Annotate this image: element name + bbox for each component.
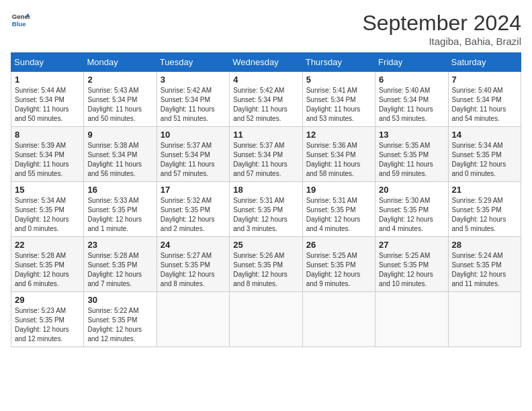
calendar-cell: 27 Sunrise: 5:25 AM Sunset: 5:35 PM Dayl… bbox=[375, 237, 448, 292]
day-info: Sunrise: 5:42 AM Sunset: 5:34 PM Dayligh… bbox=[233, 86, 298, 124]
day-number: 17 bbox=[161, 185, 226, 195]
day-info: Sunrise: 5:31 AM Sunset: 5:35 PM Dayligh… bbox=[306, 196, 371, 234]
day-info: Sunrise: 5:25 AM Sunset: 5:35 PM Dayligh… bbox=[306, 251, 371, 289]
day-number: 20 bbox=[379, 185, 444, 195]
day-number: 7 bbox=[452, 75, 517, 85]
calendar-cell: 21 Sunrise: 5:29 AM Sunset: 5:35 PM Dayl… bbox=[448, 182, 521, 237]
column-header-tuesday: Tuesday bbox=[157, 53, 229, 72]
day-number: 14 bbox=[452, 130, 517, 140]
calendar-cell: 20 Sunrise: 5:30 AM Sunset: 5:35 PM Dayl… bbox=[375, 182, 448, 237]
calendar-cell: 17 Sunrise: 5:32 AM Sunset: 5:35 PM Dayl… bbox=[157, 182, 229, 237]
day-number: 27 bbox=[379, 240, 444, 250]
calendar-cell bbox=[230, 292, 302, 347]
day-info: Sunrise: 5:43 AM Sunset: 5:34 PM Dayligh… bbox=[87, 86, 152, 124]
calendar-cell: 29 Sunrise: 5:23 AM Sunset: 5:35 PM Dayl… bbox=[11, 292, 84, 347]
day-number: 6 bbox=[379, 75, 444, 85]
day-number: 10 bbox=[161, 130, 226, 140]
calendar-cell: 28 Sunrise: 5:24 AM Sunset: 5:35 PM Dayl… bbox=[448, 237, 521, 292]
logo-icon: General Blue bbox=[11, 11, 30, 30]
day-info: Sunrise: 5:24 AM Sunset: 5:35 PM Dayligh… bbox=[452, 251, 517, 289]
calendar-cell: 30 Sunrise: 5:22 AM Sunset: 5:35 PM Dayl… bbox=[84, 292, 157, 347]
day-number: 25 bbox=[233, 240, 298, 250]
day-number: 15 bbox=[15, 185, 80, 195]
day-info: Sunrise: 5:34 AM Sunset: 5:35 PM Dayligh… bbox=[15, 196, 80, 234]
calendar-cell: 15 Sunrise: 5:34 AM Sunset: 5:35 PM Dayl… bbox=[11, 182, 84, 237]
calendar-cell: 4 Sunrise: 5:42 AM Sunset: 5:34 PM Dayli… bbox=[230, 72, 302, 127]
day-number: 1 bbox=[15, 75, 80, 85]
column-header-saturday: Saturday bbox=[448, 53, 521, 72]
column-header-thursday: Thursday bbox=[302, 53, 375, 72]
calendar-cell: 2 Sunrise: 5:43 AM Sunset: 5:34 PM Dayli… bbox=[84, 72, 157, 127]
day-info: Sunrise: 5:40 AM Sunset: 5:34 PM Dayligh… bbox=[452, 86, 517, 124]
day-number: 19 bbox=[306, 185, 371, 195]
calendar-table: SundayMondayTuesdayWednesdayThursdayFrid… bbox=[11, 52, 521, 347]
calendar-cell: 14 Sunrise: 5:34 AM Sunset: 5:35 PM Dayl… bbox=[448, 127, 521, 182]
day-number: 2 bbox=[87, 75, 152, 85]
day-info: Sunrise: 5:41 AM Sunset: 5:34 PM Dayligh… bbox=[306, 86, 371, 124]
calendar-cell: 23 Sunrise: 5:28 AM Sunset: 5:35 PM Dayl… bbox=[84, 237, 157, 292]
day-number: 24 bbox=[161, 240, 226, 250]
title-block: September 2024 Itagiba, Bahia, Brazil bbox=[362, 11, 521, 47]
day-info: Sunrise: 5:28 AM Sunset: 5:35 PM Dayligh… bbox=[87, 251, 152, 289]
day-number: 18 bbox=[233, 185, 298, 195]
day-number: 26 bbox=[306, 240, 371, 250]
logo: General Blue bbox=[11, 11, 30, 30]
day-number: 30 bbox=[87, 295, 152, 305]
day-info: Sunrise: 5:32 AM Sunset: 5:35 PM Dayligh… bbox=[161, 196, 226, 234]
day-info: Sunrise: 5:28 AM Sunset: 5:35 PM Dayligh… bbox=[15, 251, 80, 289]
calendar-cell bbox=[157, 292, 229, 347]
day-info: Sunrise: 5:40 AM Sunset: 5:34 PM Dayligh… bbox=[379, 86, 444, 124]
calendar-cell bbox=[448, 292, 521, 347]
calendar-cell bbox=[375, 292, 448, 347]
calendar-cell: 7 Sunrise: 5:40 AM Sunset: 5:34 PM Dayli… bbox=[448, 72, 521, 127]
day-number: 16 bbox=[87, 185, 152, 195]
day-number: 22 bbox=[15, 240, 80, 250]
day-info: Sunrise: 5:35 AM Sunset: 5:35 PM Dayligh… bbox=[379, 141, 444, 179]
calendar-cell: 19 Sunrise: 5:31 AM Sunset: 5:35 PM Dayl… bbox=[302, 182, 375, 237]
calendar-cell: 16 Sunrise: 5:33 AM Sunset: 5:35 PM Dayl… bbox=[84, 182, 157, 237]
calendar-week-row: 8 Sunrise: 5:39 AM Sunset: 5:34 PM Dayli… bbox=[11, 127, 521, 182]
calendar-cell: 8 Sunrise: 5:39 AM Sunset: 5:34 PM Dayli… bbox=[11, 127, 84, 182]
month-title: September 2024 bbox=[362, 11, 521, 36]
day-number: 4 bbox=[233, 75, 298, 85]
day-number: 12 bbox=[306, 130, 371, 140]
page-header: General Blue September 2024 Itagiba, Bah… bbox=[11, 11, 521, 47]
day-number: 29 bbox=[15, 295, 80, 305]
calendar-cell: 6 Sunrise: 5:40 AM Sunset: 5:34 PM Dayli… bbox=[375, 72, 448, 127]
day-info: Sunrise: 5:26 AM Sunset: 5:35 PM Dayligh… bbox=[233, 251, 298, 289]
day-number: 23 bbox=[87, 240, 152, 250]
calendar-cell: 3 Sunrise: 5:42 AM Sunset: 5:34 PM Dayli… bbox=[157, 72, 229, 127]
day-info: Sunrise: 5:23 AM Sunset: 5:35 PM Dayligh… bbox=[15, 306, 80, 344]
day-info: Sunrise: 5:36 AM Sunset: 5:34 PM Dayligh… bbox=[306, 141, 371, 179]
column-header-wednesday: Wednesday bbox=[230, 53, 302, 72]
day-number: 28 bbox=[452, 240, 517, 250]
day-info: Sunrise: 5:42 AM Sunset: 5:34 PM Dayligh… bbox=[161, 86, 226, 124]
day-info: Sunrise: 5:22 AM Sunset: 5:35 PM Dayligh… bbox=[87, 306, 152, 344]
calendar-cell: 18 Sunrise: 5:31 AM Sunset: 5:35 PM Dayl… bbox=[230, 182, 302, 237]
calendar-cell: 1 Sunrise: 5:44 AM Sunset: 5:34 PM Dayli… bbox=[11, 72, 84, 127]
calendar-header-row: SundayMondayTuesdayWednesdayThursdayFrid… bbox=[11, 53, 521, 72]
location-subtitle: Itagiba, Bahia, Brazil bbox=[362, 36, 521, 47]
svg-text:Blue: Blue bbox=[12, 20, 26, 28]
column-header-monday: Monday bbox=[84, 53, 157, 72]
day-info: Sunrise: 5:38 AM Sunset: 5:34 PM Dayligh… bbox=[87, 141, 152, 179]
day-info: Sunrise: 5:25 AM Sunset: 5:35 PM Dayligh… bbox=[379, 251, 444, 289]
day-number: 21 bbox=[452, 185, 517, 195]
calendar-cell: 12 Sunrise: 5:36 AM Sunset: 5:34 PM Dayl… bbox=[302, 127, 375, 182]
day-number: 13 bbox=[379, 130, 444, 140]
day-info: Sunrise: 5:37 AM Sunset: 5:34 PM Dayligh… bbox=[233, 141, 298, 179]
day-number: 8 bbox=[15, 130, 80, 140]
calendar-cell: 25 Sunrise: 5:26 AM Sunset: 5:35 PM Dayl… bbox=[230, 237, 302, 292]
calendar-cell bbox=[302, 292, 375, 347]
calendar-week-row: 22 Sunrise: 5:28 AM Sunset: 5:35 PM Dayl… bbox=[11, 237, 521, 292]
calendar-cell: 11 Sunrise: 5:37 AM Sunset: 5:34 PM Dayl… bbox=[230, 127, 302, 182]
calendar-week-row: 1 Sunrise: 5:44 AM Sunset: 5:34 PM Dayli… bbox=[11, 72, 521, 127]
day-number: 5 bbox=[306, 75, 371, 85]
calendar-week-row: 15 Sunrise: 5:34 AM Sunset: 5:35 PM Dayl… bbox=[11, 182, 521, 237]
day-info: Sunrise: 5:27 AM Sunset: 5:35 PM Dayligh… bbox=[161, 251, 226, 289]
calendar-cell: 9 Sunrise: 5:38 AM Sunset: 5:34 PM Dayli… bbox=[84, 127, 157, 182]
day-info: Sunrise: 5:34 AM Sunset: 5:35 PM Dayligh… bbox=[452, 141, 517, 179]
calendar-cell: 24 Sunrise: 5:27 AM Sunset: 5:35 PM Dayl… bbox=[157, 237, 229, 292]
day-number: 9 bbox=[87, 130, 152, 140]
day-number: 3 bbox=[161, 75, 226, 85]
